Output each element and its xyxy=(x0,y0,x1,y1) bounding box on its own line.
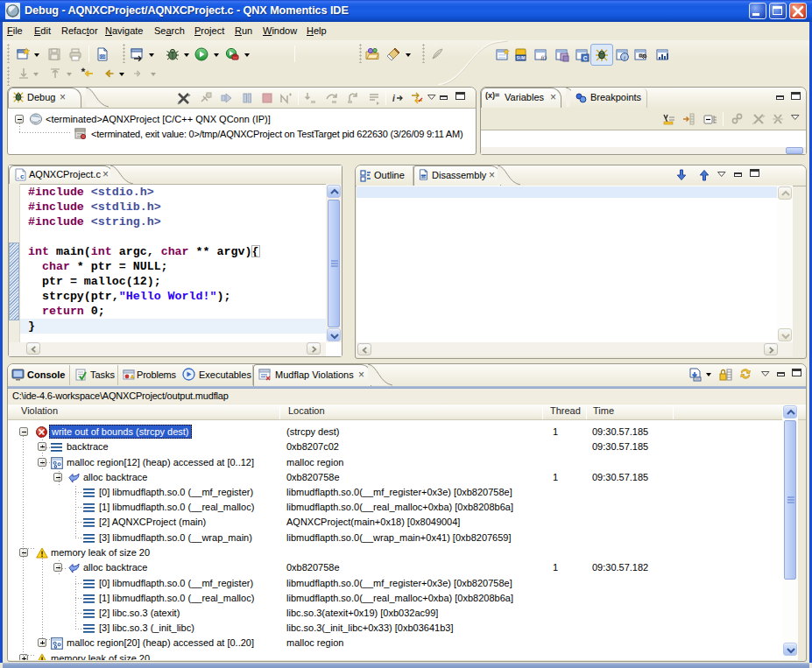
svg-text:f(): f() xyxy=(541,54,547,61)
svg-text:SUM: SUM xyxy=(517,56,526,60)
svg-text:010: 010 xyxy=(420,175,427,179)
svg-text:C: C xyxy=(583,55,588,61)
svg-text:i: i xyxy=(624,54,625,61)
svg-text:010: 010 xyxy=(99,54,106,59)
svg-text:i: i xyxy=(392,94,395,103)
svg-text:.c: .c xyxy=(16,172,25,180)
